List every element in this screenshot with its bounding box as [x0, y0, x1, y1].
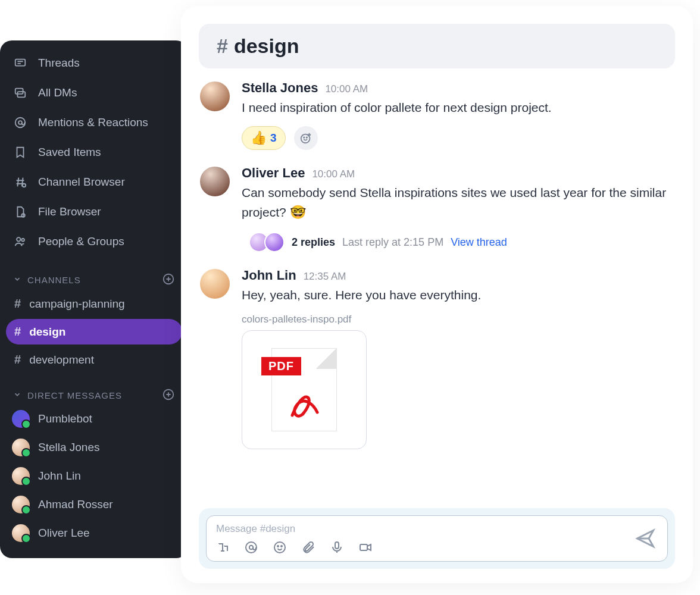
nav-label: Channel Browser — [38, 176, 125, 189]
svg-point-3 — [15, 118, 26, 128]
reaction-thumbs-up[interactable]: 👍 3 — [242, 126, 286, 150]
nav-label: People & Groups — [38, 235, 124, 248]
channel-design[interactable]: # design — [6, 319, 182, 345]
nav-all-dms[interactable]: All DMs — [6, 81, 182, 105]
add-reaction-button[interactable] — [294, 126, 318, 150]
attach-button[interactable] — [301, 540, 316, 555]
svg-point-12 — [304, 137, 304, 137]
svg-point-17 — [277, 546, 279, 547]
message-input[interactable] — [215, 521, 659, 536]
main-panel: # design Stella Jones 10:00 AM I need in… — [181, 6, 693, 583]
composer — [206, 515, 668, 562]
microphone-icon — [330, 540, 344, 555]
message-text: Can somebody send Stella inspirations si… — [242, 183, 671, 223]
nerd-face-icon: 🤓 — [290, 205, 306, 220]
channel-campaign-planning[interactable]: # campaign-planning — [6, 291, 182, 317]
nav-file-browser[interactable]: File Browser — [6, 200, 182, 224]
nav-label: All DMs — [38, 86, 77, 99]
add-channel-button[interactable] — [162, 273, 175, 287]
svg-point-18 — [281, 546, 282, 547]
nav-saved[interactable]: Saved Items — [6, 140, 182, 164]
mention-icon — [13, 115, 27, 130]
dm-oliver-lee[interactable]: Oliver Lee — [6, 521, 182, 546]
nav-label: Saved Items — [38, 146, 101, 159]
dms-icon — [13, 86, 27, 100]
nav-label: Threads — [38, 57, 80, 70]
nav-threads[interactable]: Threads — [6, 51, 182, 75]
dm-label: Pumblebot — [38, 412, 92, 425]
message-text: I need inspiration of color pallete for … — [242, 98, 671, 118]
hash-icon: # — [14, 325, 21, 339]
thumbs-up-icon: 👍 — [251, 130, 267, 146]
send-icon — [635, 528, 656, 549]
message-author[interactable]: Oliver Lee — [242, 165, 305, 181]
send-button[interactable] — [632, 525, 659, 552]
new-dm-button[interactable] — [162, 388, 175, 403]
message-list: Stella Jones 10:00 AM I need inspiration… — [199, 80, 675, 508]
thread-last-reply: Last reply at 2:15 PM — [342, 236, 443, 249]
dm-pumblebot[interactable]: Pumblebot — [6, 406, 182, 431]
avatar — [12, 467, 30, 485]
message: John Lin 12:35 AM Hey, yeah, sure. Here … — [199, 268, 671, 449]
audio-button[interactable] — [329, 540, 345, 555]
dm-label: John Lin — [38, 469, 81, 483]
message-time: 12:35 AM — [304, 271, 346, 283]
svg-rect-19 — [335, 542, 339, 549]
channels-header: CHANNELS — [6, 259, 182, 291]
svg-point-16 — [274, 542, 285, 553]
dm-label: Stella Jones — [38, 441, 100, 454]
message: Oliver Lee 10:00 AM Can somebody send St… — [199, 165, 671, 253]
chevron-down-icon[interactable] — [13, 275, 21, 285]
hash-icon: # — [217, 35, 228, 58]
dm-header: DIRECT MESSAGES — [6, 375, 182, 406]
chevron-down-icon[interactable] — [13, 390, 21, 400]
svg-rect-20 — [360, 544, 367, 550]
avatar — [264, 232, 285, 252]
message-author[interactable]: Stella Jones — [242, 80, 318, 96]
channel-label: campaign-planning — [29, 298, 125, 311]
svg-point-11 — [301, 134, 310, 143]
avatar[interactable] — [199, 268, 231, 300]
message-author[interactable]: John Lin — [242, 268, 296, 283]
emoji-button[interactable] — [272, 540, 288, 555]
hash-icon: # — [14, 297, 21, 311]
attachment-filename: colors-palletes-inspo.pdf — [242, 314, 671, 325]
avatar[interactable] — [199, 80, 231, 112]
add-emoji-icon — [299, 131, 312, 145]
svg-point-13 — [306, 137, 307, 137]
view-thread-link[interactable]: View thread — [451, 236, 507, 249]
nav-mentions[interactable]: Mentions & Reactions — [6, 111, 182, 134]
formatting-button[interactable] — [215, 540, 230, 555]
threads-icon — [13, 56, 27, 70]
thread-summary[interactable]: 2 replies Last reply at 2:15 PM View thr… — [249, 232, 671, 252]
dm-john-lin[interactable]: John Lin — [6, 464, 182, 488]
svg-point-8 — [21, 239, 24, 242]
attachment-card[interactable]: PDF — [242, 330, 367, 449]
mention-icon — [244, 540, 258, 555]
nav-channel-browser[interactable]: Channel Browser — [6, 170, 182, 194]
dm-stella-jones[interactable]: Stella Jones — [6, 435, 182, 460]
message: Stella Jones 10:00 AM I need inspiration… — [199, 80, 671, 150]
sidebar: Threads All DMs Mentions & Reactions Sav… — [0, 40, 188, 558]
svg-rect-0 — [15, 60, 26, 66]
nav-label: File Browser — [38, 205, 101, 218]
text-format-icon — [215, 540, 230, 555]
mention-button[interactable] — [243, 540, 259, 555]
nav-people-groups[interactable]: People & Groups — [6, 230, 182, 253]
pdf-file-icon: PDF — [271, 348, 337, 431]
avatar[interactable] — [199, 165, 231, 198]
message-time: 10:00 AM — [312, 168, 355, 180]
adobe-swirl-icon — [286, 380, 322, 421]
channel-development[interactable]: # development — [6, 347, 182, 372]
svg-point-14 — [246, 542, 257, 553]
video-button[interactable] — [358, 540, 373, 555]
svg-point-7 — [17, 237, 20, 241]
hash-icon: # — [14, 353, 21, 367]
channel-header[interactable]: # design — [199, 24, 675, 68]
channels-header-label: CHANNELS — [27, 275, 81, 285]
dm-ahmad-rosser[interactable]: Ahmad Rosser — [6, 492, 182, 517]
composer-area — [199, 508, 675, 569]
video-icon — [358, 540, 373, 555]
paperclip-icon — [301, 540, 315, 555]
message-time: 10:00 AM — [325, 83, 368, 95]
